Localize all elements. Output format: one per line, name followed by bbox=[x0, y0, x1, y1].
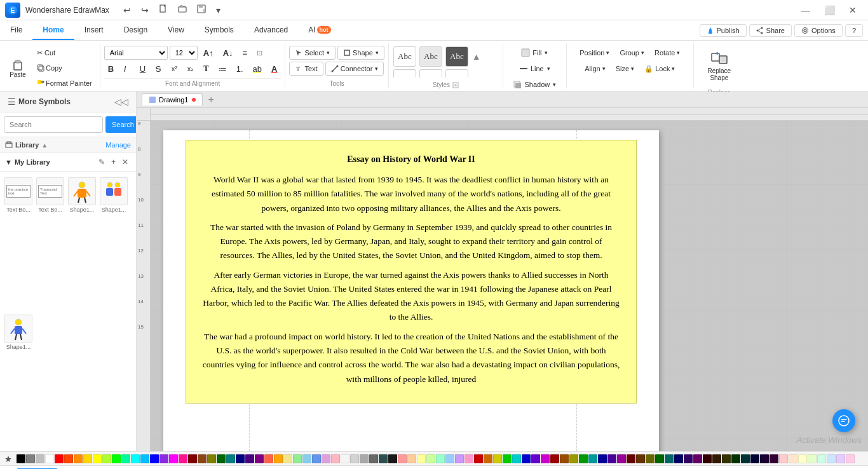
menu-advanced[interactable]: Advanced bbox=[244, 20, 298, 40]
color-swatch[interactable] bbox=[64, 454, 73, 463]
color-swatch[interactable] bbox=[426, 454, 435, 463]
italic-button[interactable]: I bbox=[120, 62, 134, 76]
color-swatch[interactable] bbox=[331, 454, 340, 463]
color-swatch[interactable] bbox=[493, 454, 502, 463]
underline-button[interactable]: U bbox=[136, 62, 150, 76]
lock-button[interactable]: 🔒 Lock ▾ bbox=[641, 62, 679, 76]
color-swatch[interactable] bbox=[312, 454, 321, 463]
shape-item-3[interactable]: Shape1... bbox=[67, 175, 97, 310]
color-swatch[interactable] bbox=[569, 454, 578, 463]
color-swatch[interactable] bbox=[550, 454, 559, 463]
shape-item-2[interactable]: Trapezoid Text Text Bo... bbox=[36, 175, 65, 310]
superscript-button[interactable]: x² bbox=[168, 62, 182, 76]
size-button[interactable]: Size ▾ bbox=[612, 62, 638, 76]
my-library-title[interactable]: ▼ My Library bbox=[5, 158, 96, 166]
color-swatch[interactable] bbox=[588, 454, 597, 463]
color-swatch[interactable] bbox=[712, 454, 721, 463]
color-swatch[interactable] bbox=[750, 454, 759, 463]
color-swatch[interactable] bbox=[722, 454, 731, 463]
line-button[interactable]: Line ▾ bbox=[515, 62, 554, 76]
color-swatch[interactable] bbox=[731, 454, 740, 463]
menu-view[interactable]: View bbox=[158, 20, 194, 40]
font-name-select[interactable]: ArialTimes New RomanCalibri bbox=[104, 46, 168, 60]
style-box-5[interactable] bbox=[419, 69, 442, 78]
decrease-font-button[interactable]: A↓ bbox=[219, 46, 237, 60]
font-size-select[interactable]: 1011121416 bbox=[170, 46, 198, 60]
group-button[interactable]: Group ▾ bbox=[616, 46, 648, 60]
color-swatch[interactable] bbox=[255, 454, 264, 463]
select-button[interactable]: Select ▾ bbox=[289, 46, 336, 60]
share-button[interactable]: Share bbox=[749, 24, 792, 37]
panel-collapse-right-button[interactable]: ◁◁ bbox=[112, 95, 131, 108]
color-swatch[interactable] bbox=[283, 454, 292, 463]
menu-symbols[interactable]: Symbols bbox=[194, 20, 244, 40]
format-painter-button[interactable]: Format Painter bbox=[33, 76, 96, 90]
color-swatch[interactable] bbox=[770, 454, 778, 463]
styles-scroll-down[interactable]: ▼ bbox=[471, 69, 482, 78]
color-swatch[interactable] bbox=[217, 454, 226, 463]
color-swatch[interactable] bbox=[512, 454, 521, 463]
color-swatch[interactable] bbox=[531, 454, 540, 463]
color-swatch[interactable] bbox=[245, 454, 254, 463]
color-swatch[interactable] bbox=[789, 454, 797, 463]
color-swatch[interactable] bbox=[741, 454, 750, 463]
color-swatch[interactable] bbox=[302, 454, 311, 463]
color-swatch[interactable] bbox=[150, 454, 159, 463]
style-box-2[interactable]: Abc bbox=[419, 46, 442, 67]
style-box-6[interactable] bbox=[445, 69, 468, 78]
color-swatch[interactable] bbox=[74, 454, 83, 463]
my-library-close-button[interactable]: ✕ bbox=[119, 156, 131, 168]
color-swatch[interactable] bbox=[274, 454, 283, 463]
color-swatch[interactable] bbox=[465, 454, 473, 463]
color-swatch[interactable] bbox=[45, 454, 54, 463]
color-swatch[interactable] bbox=[169, 454, 178, 463]
bold-button[interactable]: B bbox=[104, 62, 118, 76]
color-swatch[interactable] bbox=[627, 454, 635, 463]
color-swatch[interactable] bbox=[617, 454, 626, 463]
publish-button[interactable]: Publish bbox=[700, 24, 747, 37]
color-swatch[interactable] bbox=[55, 454, 64, 463]
color-swatch[interactable] bbox=[684, 454, 693, 463]
shadow-button[interactable]: Shadow ▾ bbox=[509, 78, 560, 92]
menu-file[interactable]: File bbox=[0, 20, 32, 40]
color-swatch[interactable] bbox=[598, 454, 607, 463]
color-swatch[interactable] bbox=[207, 454, 216, 463]
menu-ai[interactable]: AI hot bbox=[298, 20, 341, 40]
color-swatch[interactable] bbox=[398, 454, 407, 463]
color-swatch[interactable] bbox=[522, 454, 531, 463]
strikethrough-button[interactable]: S bbox=[152, 62, 166, 76]
menu-home[interactable]: Home bbox=[32, 20, 74, 40]
color-swatch[interactable] bbox=[26, 454, 35, 463]
color-swatch[interactable] bbox=[112, 454, 121, 463]
new-button[interactable] bbox=[155, 3, 172, 17]
list-button[interactable]: ≔ bbox=[215, 62, 231, 76]
color-swatch[interactable] bbox=[474, 454, 483, 463]
menu-design[interactable]: Design bbox=[114, 20, 158, 40]
subscript-button[interactable]: x₂ bbox=[184, 62, 198, 76]
color-swatch[interactable] bbox=[341, 454, 349, 463]
color-swatch[interactable] bbox=[503, 454, 512, 463]
add-drawing-button[interactable]: + bbox=[205, 94, 216, 105]
style-box-4[interactable] bbox=[393, 69, 416, 78]
color-swatch[interactable] bbox=[102, 454, 111, 463]
panel-collapse-button[interactable]: ☰ bbox=[5, 95, 18, 108]
color-swatch[interactable] bbox=[646, 454, 654, 463]
align-button[interactable]: ≡ bbox=[239, 46, 252, 60]
color-swatch[interactable] bbox=[226, 454, 235, 463]
color-swatch[interactable] bbox=[322, 454, 330, 463]
color-swatch[interactable] bbox=[693, 454, 702, 463]
shape-item-4[interactable]: Shape1... bbox=[99, 175, 128, 310]
replace-shape-button[interactable]: ReplaceShape bbox=[701, 46, 737, 85]
drawing-tab-1[interactable]: Drawing1 bbox=[142, 93, 203, 105]
style-box-1[interactable]: Abc bbox=[393, 46, 416, 67]
color-swatch[interactable] bbox=[779, 454, 788, 463]
font-color-button[interactable]: A bbox=[268, 62, 281, 76]
color-swatch[interactable] bbox=[83, 454, 92, 463]
open-button[interactable] bbox=[174, 3, 191, 17]
close-button[interactable]: ✕ bbox=[843, 4, 863, 17]
save-button[interactable] bbox=[193, 3, 210, 17]
color-swatch[interactable] bbox=[17, 454, 25, 463]
search-input[interactable] bbox=[4, 116, 103, 133]
color-swatch[interactable] bbox=[541, 454, 550, 463]
color-swatch[interactable] bbox=[388, 454, 397, 463]
